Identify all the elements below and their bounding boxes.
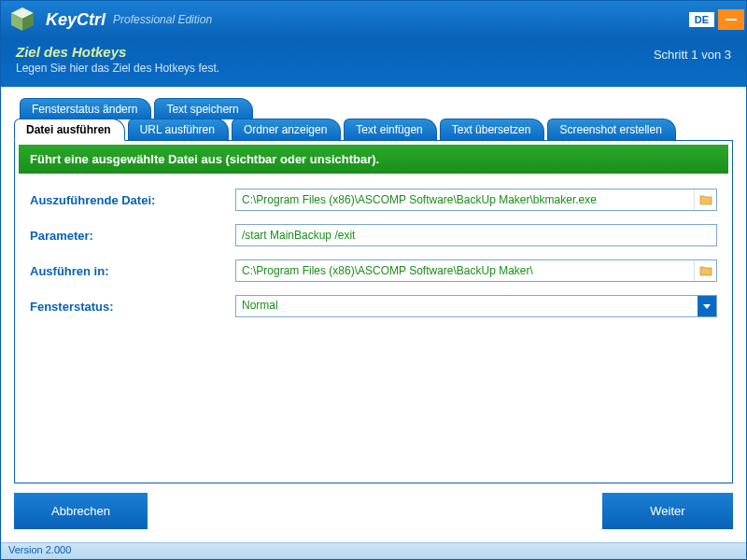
content-area: Fensterstatus ändern Text speichern Date… <box>1 87 746 542</box>
page-description: Legen Sie hier das Ziel des Hotkeys fest… <box>16 62 219 75</box>
panel-banner: Führt eine ausgewählte Datei aus (sichtb… <box>19 145 728 174</box>
row-winstate: Fensterstatus: Normal <box>30 295 717 317</box>
select-winstate-button[interactable] <box>698 296 716 316</box>
version-bar: Version 2.000 <box>1 542 746 559</box>
input-runin[interactable] <box>236 260 694 281</box>
language-button[interactable]: DE <box>689 12 714 27</box>
label-file: Auszuführende Datei: <box>30 193 235 207</box>
titlebar: KeyCtrl Professional Edition DE <box>1 1 746 38</box>
chevron-down-icon <box>703 304 711 309</box>
app-edition: Professional Edition <box>113 13 212 26</box>
step-indicator: Schritt 1 von 3 <box>654 44 731 81</box>
browse-file-button[interactable] <box>694 189 716 210</box>
input-parameter[interactable] <box>236 225 716 245</box>
app-logo-icon <box>8 6 36 34</box>
page-title: Ziel des Hotkeys <box>16 44 219 60</box>
label-runin: Ausführen in: <box>30 264 235 278</box>
tab-row-bottom: Datei ausführen URL ausführen Ordner anz… <box>14 119 733 140</box>
select-winstate-value: Normal <box>236 296 698 316</box>
tab-row-top: Fensterstatus ändern Text speichern <box>20 98 733 119</box>
tab-screenshot[interactable]: Screenshot erstellen <box>547 119 675 140</box>
tab-text-speichern[interactable]: Text speichern <box>154 98 252 119</box>
folder-icon <box>699 194 712 205</box>
row-runin: Ausführen in: <box>30 259 717 282</box>
form-area: Auszuführende Datei: Parameter: Ausführe… <box>15 177 732 342</box>
tab-ordner-anzeigen[interactable]: Ordner anzeigen <box>232 119 341 140</box>
row-file: Auszuführende Datei: <box>30 189 717 211</box>
tabs-container: Fensterstatus ändern Text speichern Date… <box>14 98 733 140</box>
minimize-button[interactable] <box>718 9 744 30</box>
browse-runin-button[interactable] <box>694 260 716 281</box>
label-parameter: Parameter: <box>30 229 235 243</box>
folder-icon <box>699 265 712 276</box>
footer-buttons: Abbrechen Weiter <box>14 483 733 535</box>
cancel-button[interactable]: Abbrechen <box>14 493 148 529</box>
main-panel: Führt eine ausgewählte Datei aus (sichtb… <box>14 140 733 483</box>
input-file[interactable] <box>236 189 694 210</box>
label-winstate: Fensterstatus: <box>30 300 235 314</box>
tab-text-einfuegen[interactable]: Text einfügen <box>344 119 436 140</box>
app-title: KeyCtrl <box>46 10 106 30</box>
tab-fensterstatus[interactable]: Fensterstatus ändern <box>20 98 151 119</box>
subheader: Ziel des Hotkeys Legen Sie hier das Ziel… <box>1 38 746 87</box>
select-winstate[interactable]: Normal <box>235 295 717 317</box>
tab-url-ausfuehren[interactable]: URL ausführen <box>128 119 229 140</box>
tab-datei-ausfuehren[interactable]: Datei ausführen <box>14 119 125 141</box>
minimize-icon <box>726 19 737 21</box>
row-parameter: Parameter: <box>30 224 717 246</box>
next-button[interactable]: Weiter <box>602 493 733 529</box>
tab-text-uebersetzen[interactable]: Text übersetzen <box>440 119 545 140</box>
